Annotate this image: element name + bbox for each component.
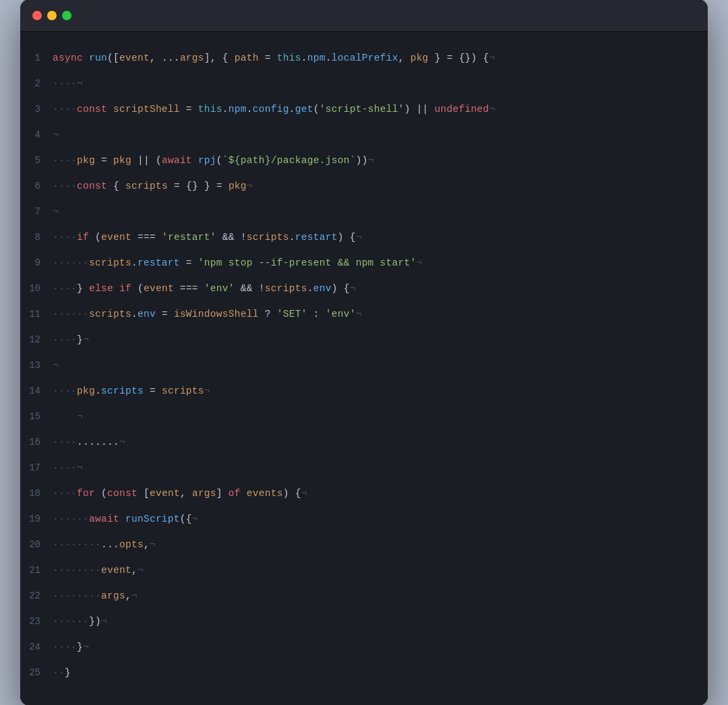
code-line-4: 4 ¬ — [20, 122, 708, 148]
code-line-16: 16 ····.......¬ — [20, 429, 708, 455]
code-line-24: 24 ····}¬ — [20, 634, 708, 660]
code-line-10: 10 ····} else if (event === 'env' && !sc… — [20, 276, 708, 301]
code-line-23: 23 ······})¬ — [20, 609, 708, 634]
code-editor[interactable]: 1 async run([event, ...args], { path = t… — [20, 32, 708, 705]
code-line-19: 19 ······await runScript({¬ — [20, 506, 708, 532]
code-window: 1 async run([event, ...args], { path = t… — [20, 0, 708, 705]
code-line-5: 5 ····pkg = pkg || (await rpj(`${path}/p… — [20, 148, 708, 173]
titlebar — [20, 0, 708, 32]
code-line-17: 17 ····¬ — [20, 455, 708, 481]
code-line-12: 12 ····}¬ — [20, 327, 708, 352]
code-line-7: 7 ¬ — [20, 199, 708, 224]
code-line-21: 21 ········event,¬ — [20, 557, 708, 583]
code-line-9: 9 ······scripts.restart = 'npm stop --if… — [20, 250, 708, 276]
maximize-button[interactable] — [62, 11, 71, 20]
close-button[interactable] — [32, 11, 42, 20]
code-line-20: 20 ········...opts,¬ — [20, 532, 708, 557]
code-line-25: 25 ··} — [20, 660, 708, 685]
code-line-1: 1 async run([event, ...args], { path = t… — [20, 45, 708, 71]
code-line-8: 8 ····if (event === 'restart' && !script… — [20, 224, 708, 250]
code-line-11: 11 ······scripts.env = isWindowsShell ? … — [20, 301, 708, 327]
code-line-13: 13 ¬ — [20, 352, 708, 378]
code-line-3: 3 ····const scriptShell = this.npm.confi… — [20, 96, 708, 122]
code-line-6: 6 ····const { scripts = {} } = pkg¬ — [20, 173, 708, 199]
code-line-14: 14 ····pkg.scripts = scripts¬ — [20, 378, 708, 404]
code-line-15: 15 ¬ — [20, 404, 708, 429]
code-line-2: 2 ····¬ — [20, 71, 708, 96]
minimize-button[interactable] — [47, 11, 57, 20]
code-line-22: 22 ········args,¬ — [20, 583, 708, 609]
code-line-18: 18 ····for (const [event, args] of event… — [20, 481, 708, 506]
